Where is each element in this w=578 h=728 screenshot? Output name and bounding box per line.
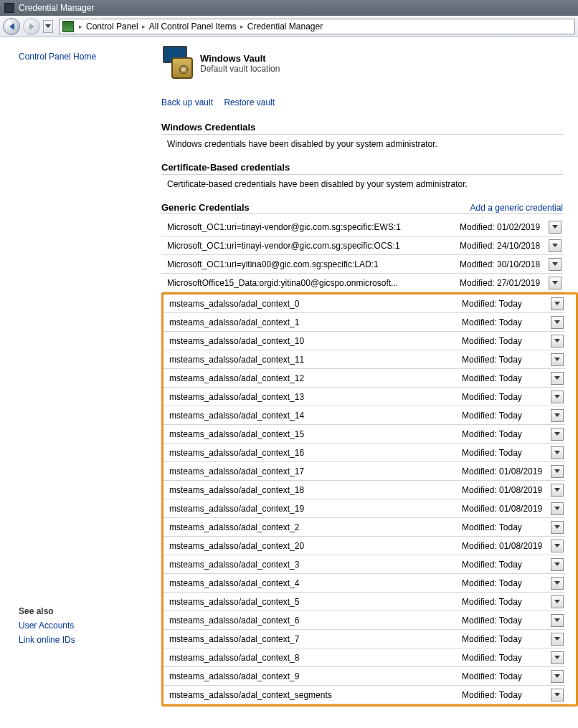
credential-row[interactable]: msteams_adalsso/adal_context_14Modified:…: [164, 406, 565, 425]
chevron-down-icon: [554, 395, 560, 398]
expand-button[interactable]: [551, 316, 564, 329]
back-button[interactable]: [3, 18, 20, 35]
expand-button[interactable]: [551, 446, 564, 459]
address-bar[interactable]: ▸ Control Panel ▸ All Control Panel Item…: [59, 19, 575, 34]
credential-modified: Modified: Today: [462, 653, 546, 663]
credential-name: Microsoft_OC1:uri=tinayi-vendor@gic.com.…: [167, 241, 460, 251]
credential-name: msteams_adalsso/adal_context_6: [169, 616, 462, 626]
expand-button[interactable]: [551, 558, 564, 571]
expand-button[interactable]: [551, 540, 564, 552]
expand-button[interactable]: [551, 577, 564, 590]
windows-credentials-title: Windows Credentials: [161, 122, 578, 133]
chevron-down-icon: [554, 637, 560, 641]
expand-button[interactable]: [551, 595, 564, 608]
expand-button[interactable]: [549, 258, 562, 271]
expand-button[interactable]: [549, 221, 562, 234]
credential-row[interactable]: MicrosoftOffice15_Data:orgid:yitina00@gi…: [161, 274, 563, 292]
chevron-down-icon: [554, 581, 560, 585]
credential-row[interactable]: msteams_adalsso/adal_context_3Modified: …: [164, 555, 565, 574]
credential-modified: Modified: Today: [462, 578, 546, 588]
arrow-left-icon: [9, 23, 14, 30]
breadcrumb-item[interactable]: All Control Panel Items: [148, 21, 238, 32]
credential-modified: Modified: Today: [462, 392, 546, 402]
expand-button[interactable]: [551, 614, 564, 627]
expand-button[interactable]: [551, 502, 564, 515]
forward-button[interactable]: [23, 18, 40, 35]
window-title: Credential Manager: [19, 3, 94, 13]
credential-row[interactable]: msteams_adalsso/adal_context_18Modified:…: [164, 481, 565, 499]
arrow-right-icon: [29, 23, 34, 30]
backup-vault-link[interactable]: Back up vault: [161, 97, 213, 107]
credential-name: msteams_adalsso/adal_context_segments: [169, 690, 462, 700]
credential-row[interactable]: Microsoft_OC1:uri=tinayi-vendor@gic.com.…: [161, 236, 563, 255]
chevron-down-icon: [554, 693, 560, 696]
expand-button[interactable]: [551, 391, 564, 403]
expand-button[interactable]: [551, 335, 564, 348]
chevron-down-icon: [554, 600, 560, 603]
add-generic-credential-link[interactable]: Add a generic credential: [470, 203, 563, 213]
credential-row[interactable]: msteams_adalsso/adal_context_13Modified:…: [164, 388, 565, 406]
expand-button[interactable]: [551, 297, 564, 310]
credential-row[interactable]: Microsoft_OC1:uri=tinayi-vendor@gic.com.…: [161, 218, 563, 236]
history-dropdown[interactable]: [43, 20, 53, 33]
credential-row[interactable]: msteams_adalsso/adal_context_20Modified:…: [164, 537, 565, 555]
credential-row[interactable]: msteams_adalsso/adal_context_16Modified:…: [164, 444, 565, 462]
credential-name: msteams_adalsso/adal_context_18: [169, 485, 462, 495]
expand-button[interactable]: [551, 372, 564, 385]
credential-name: msteams_adalsso/adal_context_5: [169, 597, 462, 607]
expand-button[interactable]: [551, 409, 564, 422]
credential-name: Microsoft_OC1:uri=tinayi-vendor@gic.com.…: [167, 222, 460, 232]
expand-button[interactable]: [551, 428, 564, 441]
credential-row[interactable]: msteams_adalsso/adal_context_4Modified: …: [164, 574, 565, 593]
expand-button[interactable]: [549, 239, 562, 252]
highlighted-credentials: msteams_adalsso/adal_context_0Modified: …: [161, 292, 578, 707]
credential-name: msteams_adalsso/adal_context_8: [169, 653, 462, 663]
expand-button[interactable]: [551, 651, 564, 664]
expand-button[interactable]: [551, 465, 564, 478]
credential-modified: Modified: 27/01/2019: [460, 278, 544, 288]
main-panel: Windows Vault Default vault location Bac…: [161, 37, 578, 721]
breadcrumb-item[interactable]: Credential Manager: [246, 21, 324, 32]
control-panel-home-link[interactable]: Control Panel Home: [19, 52, 150, 62]
credential-row[interactable]: msteams_adalsso/adal_context_5Modified: …: [164, 593, 565, 611]
expand-button[interactable]: [551, 689, 564, 701]
credential-row[interactable]: msteams_adalsso/adal_context_segmentsMod…: [164, 686, 565, 704]
credential-row[interactable]: msteams_adalsso/adal_context_11Modified:…: [164, 350, 565, 369]
window-titlebar: Credential Manager: [0, 0, 578, 16]
credential-modified: Modified: 30/10/2018: [460, 259, 544, 269]
expand-button[interactable]: [549, 277, 562, 289]
credential-row[interactable]: msteams_adalsso/adal_context_2Modified: …: [164, 518, 565, 537]
chevron-down-icon: [554, 302, 560, 305]
credential-row[interactable]: msteams_adalsso/adal_context_0Modified: …: [164, 294, 565, 313]
credential-modified: Modified: Today: [462, 597, 546, 607]
expand-button[interactable]: [551, 670, 564, 683]
credential-row[interactable]: msteams_adalsso/adal_context_17Modified:…: [164, 462, 565, 481]
expand-button[interactable]: [551, 353, 564, 366]
credential-row[interactable]: msteams_adalsso/adal_context_10Modified:…: [164, 332, 565, 350]
expand-button[interactable]: [551, 521, 564, 534]
credential-row[interactable]: Microsoft_OC1:uri=yitina00@gic.com.sg:sp…: [161, 255, 563, 274]
chevron-down-icon: [554, 432, 560, 436]
credential-name: msteams_adalsso/adal_context_17: [169, 466, 462, 476]
user-accounts-link[interactable]: User Accounts: [19, 621, 150, 631]
credential-name: msteams_adalsso/adal_context_11: [169, 355, 462, 365]
credential-modified: Modified: Today: [462, 317, 546, 327]
credential-row[interactable]: msteams_adalsso/adal_context_12Modified:…: [164, 369, 565, 388]
credential-row[interactable]: msteams_adalsso/adal_context_8Modified: …: [164, 648, 565, 667]
credential-row[interactable]: msteams_adalsso/adal_context_7Modified: …: [164, 630, 565, 648]
link-online-ids-link[interactable]: Link online IDs: [19, 635, 150, 645]
credential-row[interactable]: msteams_adalsso/adal_context_19Modified:…: [164, 499, 565, 518]
expand-button[interactable]: [551, 484, 564, 497]
credential-name: msteams_adalsso/adal_context_16: [169, 448, 462, 458]
expand-button[interactable]: [551, 633, 564, 646]
credential-row[interactable]: msteams_adalsso/adal_context_9Modified: …: [164, 667, 565, 686]
breadcrumb-item[interactable]: Control Panel: [85, 21, 140, 32]
credential-row[interactable]: msteams_adalsso/adal_context_1Modified: …: [164, 313, 565, 332]
credential-row[interactable]: msteams_adalsso/adal_context_6Modified: …: [164, 611, 565, 630]
chevron-down-icon: [554, 525, 560, 529]
restore-vault-link[interactable]: Restore vault: [224, 97, 275, 107]
credential-row[interactable]: msteams_adalsso/adal_context_15Modified:…: [164, 425, 565, 444]
chevron-down-icon: [552, 281, 558, 284]
generic-credentials-list: Microsoft_OC1:uri=tinayi-vendor@gic.com.…: [161, 218, 563, 292]
credential-modified: Modified: Today: [462, 522, 546, 532]
